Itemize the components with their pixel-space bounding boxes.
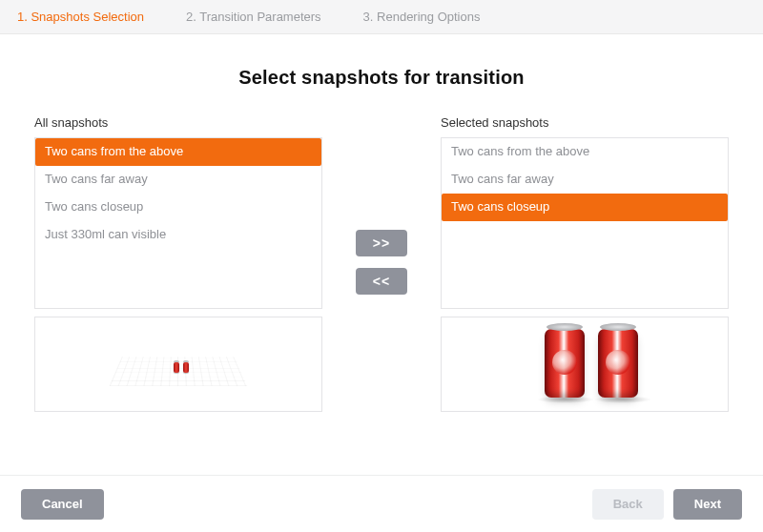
selected-snapshots-pane: Selected snapshots Two cans from the abo… <box>441 115 729 412</box>
add-button[interactable]: >> <box>356 230 407 256</box>
source-preview <box>34 317 322 412</box>
selected-snapshots-heading: Selected snapshots <box>441 115 729 130</box>
can-icon <box>545 329 585 398</box>
selected-snapshots-list[interactable]: Two cans from the above Two cans far awa… <box>441 137 729 309</box>
wizard-stepper: 1. Snapshots Selection 2. Transition Par… <box>0 0 763 34</box>
next-button[interactable]: Next <box>673 489 742 520</box>
list-item[interactable]: Two cans closeup <box>35 194 321 221</box>
list-item[interactable]: Two cans far away <box>35 166 321 194</box>
list-item[interactable]: Just 330ml can visible <box>35 221 321 249</box>
step-1[interactable]: 1. Snapshots Selection <box>17 10 144 24</box>
step-3[interactable]: 3. Rendering Options <box>363 10 481 24</box>
cancel-button[interactable]: Cancel <box>21 489 104 520</box>
list-item[interactable]: Two cans from the above <box>442 138 728 166</box>
list-item[interactable]: Two cans closeup <box>442 194 728 221</box>
list-item[interactable]: Two cans from the above <box>35 138 321 166</box>
can-icon <box>174 362 179 373</box>
all-snapshots-list[interactable]: Two cans from the above Two cans far awa… <box>34 137 322 309</box>
all-snapshots-pane: All snapshots Two cans from the above Tw… <box>34 115 322 412</box>
wizard-footer: Cancel Back Next <box>0 475 763 532</box>
page-title: Select snapshots for transition <box>0 67 763 89</box>
remove-button[interactable]: << <box>356 268 407 295</box>
can-icon <box>183 362 189 373</box>
can-icon <box>598 329 638 398</box>
back-button: Back <box>592 489 664 520</box>
target-preview <box>441 317 729 412</box>
list-item[interactable]: Two cans far away <box>442 166 728 194</box>
all-snapshots-heading: All snapshots <box>34 115 322 130</box>
step-2[interactable]: 2. Transition Parameters <box>186 10 321 24</box>
